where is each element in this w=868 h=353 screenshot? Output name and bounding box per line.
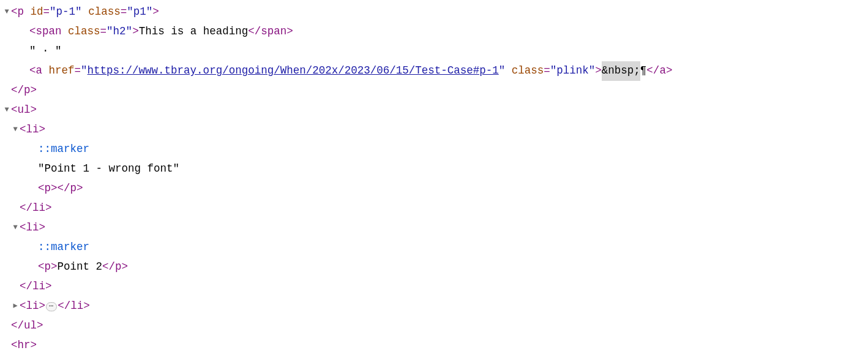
tag-li: li [26, 297, 39, 316]
tag-gt: > [31, 101, 37, 120]
tag-lt: < [20, 120, 26, 140]
tag-end-lt: </ [58, 297, 70, 316]
tag-p: p [70, 179, 77, 199]
tag-end-lt: </ [11, 81, 24, 101]
quote: " [127, 2, 133, 22]
dom-line-li-close[interactable]: </li> [2, 199, 868, 218]
tag-gt: > [39, 297, 46, 316]
tag-lt: < [38, 257, 45, 277]
eq: = [100, 22, 107, 42]
tag-hr: hr [18, 336, 31, 353]
pseudo-marker: ::marker [38, 238, 89, 257]
tag-gt: > [45, 277, 52, 297]
tag-gt: > [37, 316, 43, 336]
quote: " [550, 61, 557, 81]
dom-line-text[interactable]: "Point 1 - wrong font" [2, 159, 868, 179]
attr-class-value: plink [556, 61, 589, 81]
dom-line-p-close[interactable]: </p> [2, 81, 868, 101]
attr-href: href [49, 61, 75, 81]
eq: = [121, 2, 127, 22]
ellipsis-icon[interactable]: ⋯ [46, 302, 57, 311]
tag-gt: > [39, 120, 46, 140]
eq: = [75, 61, 81, 81]
dom-line-a[interactable]: <a href="https://www.tbray.org/ongoing/W… [2, 61, 868, 81]
dom-line-ul-close[interactable]: </ul> [2, 316, 868, 336]
expand-toggle-icon[interactable]: ▼ [2, 6, 11, 19]
dom-line-ul-open[interactable]: ▼ <ul> [2, 101, 868, 120]
tag-li: li [32, 277, 45, 297]
tag-lt: < [20, 297, 26, 316]
tag-a: a [36, 61, 43, 81]
tag-p: p [24, 81, 31, 101]
tag-gt: > [51, 257, 58, 277]
tag-p: p [45, 179, 51, 199]
expand-toggle-icon[interactable]: ▼ [2, 104, 11, 117]
tag-gt: > [45, 199, 52, 218]
tag-gt: > [122, 257, 129, 277]
tag-gt: > [595, 61, 602, 81]
tag-gt: > [51, 179, 58, 199]
dom-line-li-close[interactable]: </li> [2, 277, 868, 297]
attr-class-value: p1 [133, 2, 146, 22]
tag-span-close: span [261, 22, 286, 42]
dom-line-li-open[interactable]: ▼ <li> [2, 218, 868, 238]
quote: " [75, 2, 82, 22]
quote: " [107, 22, 113, 42]
dom-line-p-open[interactable]: ▼ <p id="p-1" class="p1"> [2, 2, 868, 22]
tag-lt: < [29, 22, 36, 42]
tag-gt: > [39, 218, 46, 238]
attr-class-value: h2 [113, 22, 126, 42]
eq: = [43, 2, 50, 22]
tag-lt: < [11, 101, 18, 120]
tag-gt: > [31, 336, 37, 353]
attr-href-value[interactable]: https://www.tbray.org/ongoing/When/202x/… [88, 61, 499, 81]
tag-lt: < [20, 218, 26, 238]
tag-end-lt: </ [248, 22, 261, 42]
quote: " [50, 2, 56, 22]
tag-end-lt: </ [102, 257, 115, 277]
attr-class: class [88, 2, 121, 22]
tag-li: li [26, 120, 39, 140]
dom-line-span[interactable]: <span class="h2">This is a heading</span… [2, 22, 868, 42]
tag-li: li [70, 297, 83, 316]
dom-line-marker[interactable]: ::marker [2, 238, 868, 257]
dom-line-hr[interactable]: <hr> [2, 336, 868, 353]
tag-span: span [36, 22, 62, 42]
tag-end-lt: </ [646, 61, 659, 81]
tag-gt: > [132, 22, 139, 42]
dom-line-p-empty[interactable]: <p></p> [2, 179, 868, 199]
expand-toggle-icon[interactable]: ▶ [11, 300, 20, 313]
tag-lt: < [11, 336, 18, 353]
tag-end-lt: </ [20, 277, 32, 297]
tag-p: p [115, 257, 122, 277]
tag-a-close: a [659, 61, 666, 81]
entity-nbsp: &nbsp; [602, 61, 640, 81]
tag-lt: < [29, 61, 36, 81]
text-heading: This is a heading [139, 22, 249, 42]
quote: " [126, 22, 133, 42]
expand-toggle-icon[interactable]: ▼ [11, 221, 20, 235]
dom-line-p-point2[interactable]: <p>Point 2</p> [2, 257, 868, 277]
dom-line-marker[interactable]: ::marker [2, 140, 868, 159]
dom-line-li-collapsed[interactable]: ▶ <li>⋯</li> [2, 297, 868, 316]
text-node: "Point 1 - wrong font" [38, 159, 179, 179]
tag-end-lt: </ [11, 316, 24, 336]
tag-li: li [32, 199, 45, 218]
attr-class: class [512, 61, 544, 81]
quote: " [81, 61, 88, 81]
dom-line-text[interactable]: " · " [2, 42, 868, 61]
tag-p: p [45, 257, 51, 277]
attr-id: id [31, 2, 43, 22]
tag-gt: > [77, 179, 83, 199]
tag-ul: ul [24, 316, 37, 336]
tag-end-lt: </ [58, 179, 70, 199]
expand-toggle-icon[interactable]: ▼ [11, 123, 20, 137]
tag-end-lt: </ [20, 199, 32, 218]
dom-line-li-open[interactable]: ▼ <li> [2, 120, 868, 140]
pilcrow: ¶ [640, 61, 647, 81]
text-point2: Point 2 [58, 257, 103, 277]
attr-id-value: p-1 [56, 2, 76, 22]
text-node: " · " [29, 42, 62, 61]
tag-gt: > [666, 61, 673, 81]
attr-class: class [68, 22, 100, 42]
